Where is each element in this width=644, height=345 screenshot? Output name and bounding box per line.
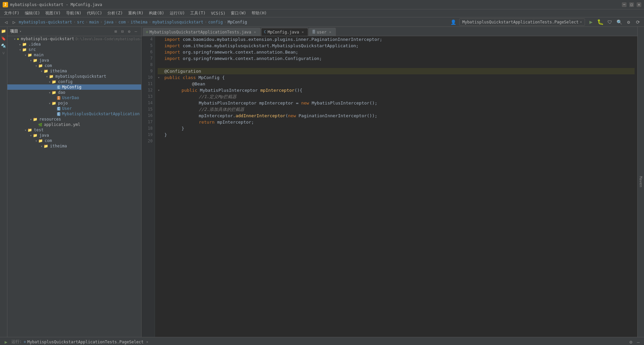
tree-mybatisplus[interactable]: ▾ 📁 mybatisplusquickstart	[7, 74, 141, 79]
folder-icon: 📁	[44, 144, 48, 148]
close-button[interactable]: ✕	[637, 2, 641, 7]
tree-userdao[interactable]: I UserDao	[7, 95, 141, 100]
tree-appyml[interactable]: 🌿 application.yml	[7, 122, 141, 127]
close-panel-icon[interactable]: —	[635, 339, 641, 345]
tree-test-com[interactable]: ▾ 📁 com	[7, 138, 141, 143]
code-line-9: @Configuration	[158, 68, 635, 74]
nav-back-button[interactable]: ◁	[3, 19, 9, 25]
tree-test-java[interactable]: ▾ 📁 java	[7, 133, 141, 138]
project-view-icon[interactable]: 📁	[1, 28, 7, 34]
search-icon[interactable]: 🔍	[616, 19, 623, 25]
tree-itheima[interactable]: ▾ 📁 itheima	[7, 68, 141, 74]
breadcrumb-config[interactable]: config	[208, 20, 223, 24]
maximize-button[interactable]: □	[629, 2, 634, 7]
fold-icon-10[interactable]: ▾	[158, 74, 162, 81]
menu-help[interactable]: 帮助(H)	[249, 9, 270, 17]
tree-user[interactable]: C User	[7, 106, 141, 111]
tree-label-test-com: com	[45, 138, 52, 143]
run-close-button[interactable]: ✕	[145, 340, 150, 344]
left-sidebar: 📁 🔖 🔩 ⑂	[0, 27, 7, 337]
tab-tests[interactable]: ⚙ MybatisplusQuickstartApplicationTests.…	[143, 28, 260, 36]
menu-refactor[interactable]: 重构(R)	[125, 9, 146, 17]
tree-com[interactable]: ▾ 📁 com	[7, 63, 141, 68]
fold-icon-12[interactable]: ▾	[158, 87, 162, 93]
run-config-coverage-icon[interactable]: 🛡	[606, 19, 613, 25]
tree-resources[interactable]: ▾ 📁 resources	[7, 117, 141, 122]
menu-tools[interactable]: 工具(T)	[187, 9, 208, 17]
folder-icon: 📁	[28, 128, 32, 132]
code-content[interactable]: import com.baomidou.mybatisplus.extensio…	[155, 36, 637, 337]
menu-window[interactable]: 窗口(W)	[228, 9, 249, 17]
tab-user[interactable]: 🗄 user ✕	[309, 28, 336, 36]
code-line-18: }	[158, 125, 635, 132]
menu-code[interactable]: 代码(C)	[84, 9, 105, 17]
maven-panel[interactable]: Maven	[637, 27, 644, 337]
tree-main[interactable]: ▾ 📁 main	[7, 52, 141, 58]
run-config-debug-icon[interactable]: 🐛	[597, 19, 604, 25]
breadcrumb-main[interactable]: main	[89, 20, 99, 24]
update-icon[interactable]: ⟳	[635, 19, 641, 25]
tab-mpconfig[interactable]: C MpConfig.java ✕	[261, 28, 308, 36]
tree-test[interactable]: ▾ 📁 test	[7, 127, 141, 133]
folder-icon: 📁	[44, 69, 48, 73]
tree-close-icon[interactable]: —	[133, 29, 139, 34]
tree-src[interactable]: ▾ 📁 src	[7, 47, 141, 52]
tree-dao[interactable]: ▾ 📁 dao	[7, 90, 141, 95]
tree-appclass[interactable]: C MybatisplusQuickstartApplication	[7, 111, 141, 117]
menu-build[interactable]: 构建(B)	[146, 9, 167, 17]
bookmark-icon[interactable]: 🔖	[1, 36, 7, 42]
menu-view[interactable]: 视图(V)	[43, 9, 63, 17]
tree-pojo[interactable]: ▾ 📁 pojo	[7, 100, 141, 106]
tab-tests-close[interactable]: ✕	[253, 30, 257, 34]
git-icon[interactable]: ⑂	[1, 50, 7, 56]
run-toolbar: ▶ 运行: ⚙ MybatisplusQuickstartApplication…	[0, 337, 644, 345]
tree-label-pojo: pojo	[58, 101, 68, 106]
settings-icon[interactable]: ⚙	[625, 19, 632, 25]
recent-file-dropdown[interactable]: MybatisplusQuickstartApplicationTests.Pa…	[459, 18, 585, 26]
tree-label-main: main	[34, 53, 44, 57]
breadcrumb-itheima[interactable]: itheima	[130, 20, 148, 24]
nav-bar: ◁ ▷ mybatisplus-quickstart › src › main …	[0, 17, 644, 27]
tree-collapse-icon[interactable]: ⊟	[120, 29, 125, 34]
structure-icon[interactable]: 🔩	[1, 43, 7, 49]
settings-icon[interactable]: ⚙	[628, 339, 634, 345]
run-play-button[interactable]: ▶	[3, 339, 9, 345]
maven-label: Maven	[639, 176, 643, 187]
profile-icon[interactable]: 👤	[450, 19, 457, 25]
breadcrumb-root[interactable]: mybatisplus-quickstart	[19, 20, 72, 24]
menu-edit[interactable]: 编辑(E)	[22, 9, 43, 17]
menu-run[interactable]: 运行(U)	[167, 9, 188, 17]
tree-mpconfig[interactable]: C MpConfig	[7, 84, 141, 90]
folder-icon: 📁	[33, 133, 38, 138]
tree-root[interactable]: ▾ ▪ mybatisplus-quickstart D:\Java\Java-…	[7, 36, 141, 42]
tab-mpconfig-close[interactable]: ✕	[301, 30, 305, 34]
tree-test-itheima[interactable]: ▾ 📁 itheima	[7, 143, 141, 149]
nav-forward-button[interactable]: ▷	[11, 19, 17, 25]
menu-analyze[interactable]: 分析(Z)	[105, 9, 125, 17]
tree-config[interactable]: ▾ 📁 config	[7, 79, 141, 84]
menu-file[interactable]: 文件(F)	[1, 9, 22, 17]
menu-vcs[interactable]: VCS(S)	[208, 9, 228, 17]
folder-icon: 📁	[28, 53, 32, 57]
code-editor[interactable]: 4 5 6 7 8 9 10 11 12 13 14 15 16 17 18 1…	[142, 36, 637, 337]
code-line-19: }	[158, 132, 635, 138]
breadcrumb-class[interactable]: MpConfig	[228, 20, 247, 24]
tree-idea[interactable]: ▸ 📁 .idea	[7, 42, 141, 47]
folder-icon: 📁	[38, 64, 43, 68]
minimize-button[interactable]: ─	[622, 2, 627, 7]
bottom-icons: ⚙ —	[628, 339, 641, 345]
breadcrumb-src[interactable]: src	[77, 20, 85, 24]
tree-java[interactable]: ▾ 📁 java	[7, 58, 141, 63]
run-name-area: ⚙ MybatisplusQuickstartApplicationTests.…	[24, 340, 150, 344]
breadcrumb-pkg[interactable]: mybatisplusquickstart	[152, 20, 203, 24]
run-config-run-icon[interactable]: ▶	[588, 19, 594, 25]
tree-label-root: mybatisplus-quickstart	[21, 37, 74, 41]
tab-user-close[interactable]: ✕	[328, 30, 333, 34]
tree-label-dao: dao	[58, 90, 65, 95]
tree-settings-icon[interactable]: ⚙	[126, 29, 132, 34]
breadcrumb-java[interactable]: java	[104, 20, 113, 24]
tree-expand-icon[interactable]: ⊞	[113, 29, 118, 34]
tree-label-itheima: itheima	[50, 69, 67, 73]
menu-navigate[interactable]: 导航(N)	[63, 9, 84, 17]
breadcrumb-com[interactable]: com	[118, 20, 126, 24]
